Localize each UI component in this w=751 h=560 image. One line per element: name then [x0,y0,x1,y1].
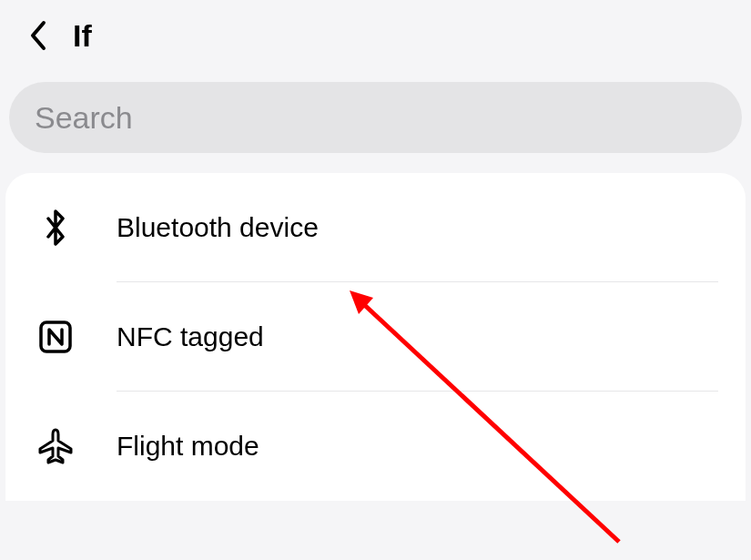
nfc-icon [33,319,78,355]
list-item-flight-mode[interactable]: Flight mode [5,392,746,501]
search-container [0,82,751,173]
list-item-nfc-tagged[interactable]: NFC tagged [5,282,746,392]
list-item-label: NFC tagged [117,321,264,352]
list-item-label: Flight mode [117,431,259,462]
list-item-bluetooth-device[interactable]: Bluetooth device [5,173,746,282]
options-list: Bluetooth device NFC tagged Flight mode [5,173,746,501]
header: If [0,0,751,82]
list-item-label: Bluetooth device [117,212,319,243]
chevron-left-icon [27,19,47,52]
bluetooth-icon [33,208,78,248]
back-button[interactable] [18,16,56,55]
page-title: If [73,18,92,54]
search-input[interactable] [9,82,742,153]
airplane-icon [33,427,78,465]
